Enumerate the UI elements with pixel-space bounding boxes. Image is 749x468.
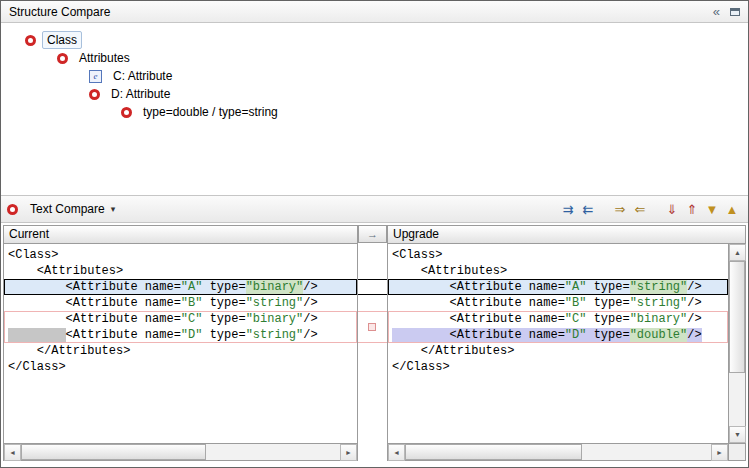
scroll-left-button[interactable]: ◄ (388, 444, 405, 461)
code-line-left-6[interactable]: <Attribute name="D" type="string"/> (4, 327, 357, 343)
code-token: "A" (565, 280, 587, 294)
code-line-left-1[interactable]: <Class> (4, 247, 357, 263)
code-token: "A" (181, 280, 203, 294)
tree-item[interactable]: type=double / type=string (1, 103, 748, 121)
change-icon (25, 35, 36, 46)
code-token: <Class> (392, 248, 442, 262)
text-compare-region: Current <Class> <Attributes> <Attribute … (1, 223, 748, 467)
tree-item[interactable]: Attributes (1, 49, 748, 67)
compare-editor-window: Structure Compare « ClassAttributeseC: A… (0, 0, 749, 468)
code-token: /> (687, 280, 701, 294)
code-token: </Class> (8, 360, 66, 374)
chevron-down-icon: ▾ (111, 204, 116, 214)
left-hscroll-track[interactable] (21, 444, 340, 460)
next-change-icon[interactable]: ▼ (702, 199, 722, 219)
scroll-down-button[interactable]: ▼ (729, 426, 746, 443)
left-code-pane[interactable]: <Class> <Attributes> <Attribute name="A"… (4, 244, 357, 443)
maximize-view-icon[interactable] (730, 8, 740, 16)
diff-block-handle[interactable] (368, 323, 376, 331)
text-compare-menu[interactable]: Text Compare ▾ (7, 202, 115, 216)
code-token: "string" (246, 328, 304, 342)
scroll-left-button[interactable]: ◄ (4, 444, 21, 461)
tree-item-label: C: Attribute (108, 67, 177, 85)
change-icon (57, 53, 68, 64)
text-compare-title: Text Compare (30, 202, 105, 216)
structure-compare-title: Structure Compare (9, 5, 110, 19)
code-token: <Attribute name= (8, 296, 181, 310)
vscroll-thumb[interactable] (729, 261, 745, 373)
copy-all-right-to-left-icon[interactable]: ⇇ (578, 199, 598, 219)
code-line-left-2[interactable]: <Attributes> (4, 263, 357, 279)
tree-item-label: D: Attribute (106, 85, 175, 103)
code-token: "D" (565, 328, 587, 342)
tree-item-label: Attributes (74, 49, 135, 67)
code-token: /> (303, 328, 317, 342)
code-token: type= (586, 296, 629, 310)
diff-connectors (358, 244, 387, 444)
change-icon (7, 204, 18, 215)
code-line-right-5[interactable]: <Attribute name="C" type="binary"/> (388, 311, 728, 327)
element-icon: e (89, 70, 102, 83)
code-line-right-1[interactable]: <Class> (388, 247, 728, 263)
tree-item[interactable]: D: Attribute (1, 85, 748, 103)
scroll-up-button[interactable]: ▲ (729, 244, 746, 261)
next-difference-icon[interactable]: ⇓ (662, 199, 682, 219)
right-code-pane[interactable]: <Class> <Attributes> <Attribute name="A"… (388, 244, 728, 443)
tree-item[interactable]: eC: Attribute (1, 67, 748, 85)
code-token: "B" (181, 296, 203, 310)
code-line-left-8[interactable]: </Class> (4, 359, 357, 375)
code-token: type= (202, 296, 245, 310)
left-hscroll-thumb[interactable] (21, 444, 206, 460)
code-token: <Attribute name= (66, 328, 181, 342)
left-horizontal-scrollbar[interactable]: ◄ ► (4, 443, 357, 460)
code-token: <Attributes> (8, 264, 123, 278)
code-token: "C" (181, 312, 203, 326)
right-hscroll-track[interactable] (405, 444, 711, 460)
copy-all-left-to-right-icon[interactable]: ⇉ (558, 199, 578, 219)
code-token: "binary" (246, 312, 304, 326)
code-token: "D" (181, 328, 203, 342)
vscroll-track[interactable] (729, 261, 745, 426)
copy-current-change-left-icon[interactable]: ⇐ (630, 199, 650, 219)
code-token: "binary" (630, 312, 688, 326)
code-token: type= (586, 280, 629, 294)
code-line-right-7[interactable]: </Attributes> (388, 343, 728, 359)
code-token: <Attribute name= (8, 280, 181, 294)
scroll-right-button[interactable]: ► (340, 444, 357, 461)
code-line-right-8[interactable]: </Class> (388, 359, 728, 375)
right-horizontal-scrollbar[interactable]: ◄ ► (388, 443, 728, 460)
code-token: /> (303, 280, 317, 294)
code-line-right-6[interactable]: <Attribute name="D" type="double"/> (388, 327, 728, 343)
change-icon (89, 89, 100, 100)
code-token: <Attribute name= (392, 280, 565, 294)
previous-change-icon[interactable]: ▲ (722, 199, 742, 219)
code-line-left-7[interactable]: </Attributes> (4, 343, 357, 359)
code-line-right-2[interactable]: <Attributes> (388, 263, 728, 279)
minimize-view-icon[interactable]: « (713, 5, 720, 18)
code-token: type= (586, 328, 629, 342)
code-token: <Attribute name= (392, 296, 565, 310)
text-compare-toolbar-icons: ⇉⇇⇒⇐⇓⇑▼▲ (558, 199, 742, 219)
right-hscroll-thumb[interactable] (405, 444, 582, 460)
scroll-right-button[interactable]: ► (711, 444, 728, 461)
text-compare-toolbar: Text Compare ▾ ⇉⇇⇒⇐⇓⇑▼▲ (1, 195, 748, 223)
code-token: </Attributes> (8, 344, 130, 358)
tree-item[interactable]: Class (1, 31, 748, 49)
code-line-left-3[interactable]: <Attribute name="A" type="binary"/> (4, 279, 357, 295)
code-line-right-4[interactable]: <Attribute name="B" type="string"/> (388, 295, 728, 311)
structure-compare-header: Structure Compare « (1, 1, 748, 23)
code-token: <Class> (8, 248, 58, 262)
code-token: <Attribute name= (392, 312, 565, 326)
copy-current-change-right-icon[interactable]: ⇒ (610, 199, 630, 219)
code-token: <Attribute name= (8, 312, 181, 326)
code-token: /> (687, 312, 701, 326)
code-token: type= (586, 312, 629, 326)
right-vertical-scrollbar[interactable]: ▲ ▼ (728, 244, 745, 443)
diff-connector-block-bottom (358, 342, 387, 343)
code-line-right-3[interactable]: <Attribute name="A" type="string"/> (388, 279, 728, 295)
code-token: type= (202, 312, 245, 326)
code-line-left-5[interactable]: <Attribute name="C" type="binary"/> (4, 311, 357, 327)
previous-difference-icon[interactable]: ⇑ (682, 199, 702, 219)
direction-icon[interactable]: → (358, 225, 387, 243)
code-line-left-4[interactable]: <Attribute name="B" type="string"/> (4, 295, 357, 311)
